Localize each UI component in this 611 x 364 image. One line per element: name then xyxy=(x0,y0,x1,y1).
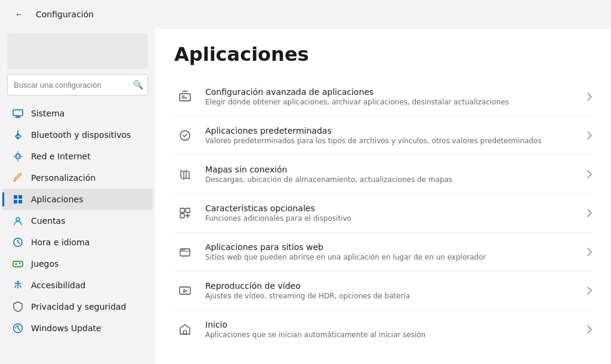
apps-predeterminadas-icon xyxy=(174,125,196,146)
sidebar-item-accesibilidad[interactable]: Accesibilidad xyxy=(2,274,153,296)
sidebar-item-privacidad[interactable]: Privacidad y seguridad xyxy=(2,296,153,317)
svg-rect-16 xyxy=(186,208,190,212)
top-title: Configuración xyxy=(36,10,94,19)
item-desc: Ajustes de vídeo, streaming de HDR, opci… xyxy=(205,292,578,300)
main-layout: 🔍 SistemaBluetooth y dispositivosRed e I… xyxy=(0,29,611,364)
back-button[interactable]: ← xyxy=(10,5,29,24)
item-title: Configuración avanzada de aplicaciones xyxy=(205,87,578,97)
sidebar-item-windows-update[interactable]: Windows Update xyxy=(2,317,153,339)
sidebar-item-label: Accesibilidad xyxy=(31,280,85,290)
sidebar-item-label: Privacidad y seguridad xyxy=(31,302,126,311)
settings-item-apps-predeterminadas[interactable]: Aplicaciones predeterminadasValores pred… xyxy=(174,116,592,155)
bluetooth-icon xyxy=(12,129,24,141)
inicio-icon xyxy=(174,319,196,340)
svg-point-8 xyxy=(16,218,20,221)
chevron-right-icon xyxy=(587,131,592,140)
accesibilidad-icon xyxy=(12,279,24,291)
settings-item-inicio[interactable]: InicioAplicaciones que se inician automá… xyxy=(174,310,592,348)
item-desc: Valores predeterminados para los tipos d… xyxy=(205,137,578,145)
item-desc: Descargas, ubicación de almacenamiento, … xyxy=(205,175,578,184)
sidebar-item-label: Bluetooth y dispositivos xyxy=(31,130,131,140)
svg-rect-18 xyxy=(180,249,190,256)
settings-item-reproduccion-video[interactable]: Reproducción de vídeoAjustes de vídeo, s… xyxy=(174,272,592,310)
item-desc: Elegir dónde obtener aplicaciones, archi… xyxy=(205,98,578,106)
personalizacion-icon xyxy=(12,172,24,184)
item-desc: Funciones adicionales para el dispositiv… xyxy=(205,214,578,223)
privacidad-icon xyxy=(12,301,24,313)
sidebar-item-juegos[interactable]: Juegos xyxy=(2,253,153,274)
item-text-block: Mapas sin conexiónDescargas, ubicación d… xyxy=(205,165,578,184)
settings-item-caracteristicas-opcionales[interactable]: Características opcionalesFunciones adic… xyxy=(174,194,592,233)
sidebar-item-label: Hora e idioma xyxy=(31,237,90,247)
item-desc: Sitios web que pueden abrirse en una apl… xyxy=(205,253,578,261)
chevron-right-icon xyxy=(587,325,592,334)
svg-rect-17 xyxy=(180,214,184,218)
sidebar-item-label: Sistema xyxy=(31,109,64,118)
item-text-block: Aplicaciones predeterminadasValores pred… xyxy=(205,126,578,145)
hora-icon xyxy=(12,236,24,248)
svg-rect-6 xyxy=(14,200,17,203)
svg-rect-22 xyxy=(184,331,187,334)
item-title: Reproducción de vídeo xyxy=(205,281,578,291)
item-text-block: Reproducción de vídeoAjustes de vídeo, s… xyxy=(205,281,578,300)
sidebar-search-container: 🔍 xyxy=(7,74,148,95)
apps-sitios-web-icon xyxy=(174,241,196,263)
svg-rect-13 xyxy=(180,94,190,101)
red-icon xyxy=(12,150,24,162)
item-text-block: Características opcionalesFunciones adic… xyxy=(205,203,578,223)
svg-point-19 xyxy=(182,249,183,251)
item-title: Características opcionales xyxy=(205,203,578,213)
sidebar-item-label: Personalización xyxy=(31,173,95,183)
settings-item-mapas-sin-conexion[interactable]: Mapas sin conexiónDescargas, ubicación d… xyxy=(174,155,592,194)
sidebar-item-label: Cuentas xyxy=(31,216,66,226)
svg-rect-2 xyxy=(15,118,21,118)
svg-rect-4 xyxy=(14,195,17,199)
sidebar-item-cuentas[interactable]: Cuentas xyxy=(2,210,153,232)
sidebar-item-label: Windows Update xyxy=(31,323,101,333)
sidebar-item-label: Juegos xyxy=(31,259,58,269)
sidebar-item-bluetooth[interactable]: Bluetooth y dispositivos xyxy=(2,124,153,146)
item-desc: Aplicaciones que se inician automáticame… xyxy=(205,331,578,339)
chevron-right-icon xyxy=(587,92,592,101)
svg-rect-7 xyxy=(18,200,22,203)
chevron-right-icon xyxy=(587,209,592,217)
aplicaciones-icon xyxy=(12,193,24,205)
chevron-right-icon xyxy=(587,170,592,178)
sidebar-item-personalizacion[interactable]: Personalización xyxy=(2,167,153,189)
svg-rect-10 xyxy=(13,261,23,267)
item-text-block: Aplicaciones para sitios webSitios web q… xyxy=(205,242,578,261)
sidebar: 🔍 SistemaBluetooth y dispositivosRed e I… xyxy=(0,29,155,364)
sidebar-item-sistema[interactable]: Sistema xyxy=(2,103,153,124)
settings-item-config-avanzada[interactable]: Configuración avanzada de aplicacionesEl… xyxy=(174,78,592,116)
top-bar: ← Configuración xyxy=(0,0,611,29)
svg-rect-1 xyxy=(16,116,20,118)
item-title: Aplicaciones predeterminadas xyxy=(205,126,578,135)
config-avanzada-icon xyxy=(174,86,196,107)
settings-item-apps-sitios-web[interactable]: Aplicaciones para sitios webSitios web q… xyxy=(174,233,592,272)
sidebar-item-hora[interactable]: Hora e idioma xyxy=(2,232,153,253)
item-title: Aplicaciones para sitios web xyxy=(205,242,578,252)
chevron-right-icon xyxy=(587,248,592,256)
chevron-right-icon xyxy=(587,286,592,295)
nav-items-container: SistemaBluetooth y dispositivosRed e Int… xyxy=(0,103,155,339)
svg-point-14 xyxy=(180,131,190,140)
svg-point-3 xyxy=(17,154,20,159)
mapas-sin-conexion-icon xyxy=(174,164,196,185)
sidebar-item-label: Red e Internet xyxy=(31,152,91,161)
caracteristicas-opcionales-icon xyxy=(174,202,196,224)
svg-rect-21 xyxy=(180,287,190,294)
juegos-icon xyxy=(12,258,24,270)
sidebar-item-aplicaciones[interactable]: Aplicaciones xyxy=(2,189,153,210)
item-text-block: InicioAplicaciones que se inician automá… xyxy=(205,320,578,339)
search-input[interactable] xyxy=(7,74,148,95)
svg-rect-5 xyxy=(18,195,22,199)
settings-list: Configuración avanzada de aplicacionesEl… xyxy=(174,78,592,348)
svg-rect-15 xyxy=(180,208,184,212)
item-title: Mapas sin conexión xyxy=(205,165,578,174)
sidebar-item-red[interactable]: Red e Internet xyxy=(2,146,153,167)
windows-update-icon xyxy=(12,322,24,334)
item-text-block: Configuración avanzada de aplicacionesEl… xyxy=(205,87,578,106)
sistema-icon xyxy=(12,107,24,119)
user-avatar-area xyxy=(7,33,148,69)
sidebar-item-label: Aplicaciones xyxy=(31,195,83,204)
